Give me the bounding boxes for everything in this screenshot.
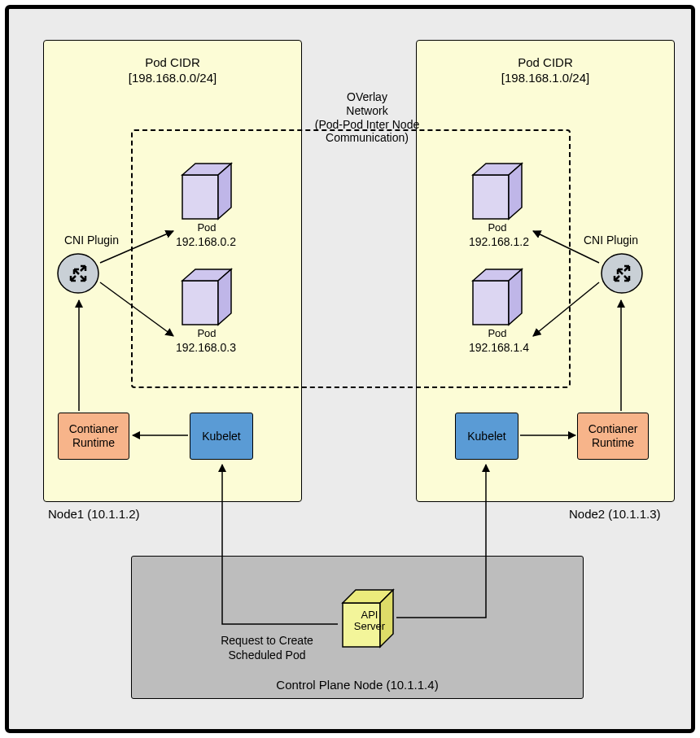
node1-pod-a: Pod [177, 159, 236, 222]
node2-cidr: Pod CIDR [198.168.1.0/24] [417, 55, 674, 86]
node1-router-icon [56, 251, 100, 295]
node1-cni-label: CNI Plugin [64, 234, 119, 247]
overlay-line1: OVerlay [286, 90, 448, 104]
node2-kubelet: Kubelet [455, 413, 518, 460]
overlay-line2: Network [286, 104, 448, 118]
node1-cidr: Pod CIDR [198.168.0.0/24] [44, 55, 301, 86]
node2-cidr-title: Pod CIDR [417, 55, 674, 71]
control-plane-caption: Control Plane Node (10.1.1.4) [132, 678, 583, 692]
request-label: Request to Create Scheduled Pod [198, 634, 336, 662]
node1-cidr-title: Pod CIDR [44, 55, 301, 71]
svg-marker-5 [182, 281, 218, 325]
node2-pod-a-ip: 192.168.1.2 [469, 235, 529, 248]
node2-router-icon [600, 251, 644, 295]
node1-pod-b-label: Pod [177, 327, 236, 339]
node2-pod-b-ip: 192.168.1.4 [469, 341, 529, 354]
node2-pod-a-label: Pod [468, 221, 527, 234]
node2-container-runtime: Contianer Runtime [577, 413, 649, 460]
node1-pod-a-ip: 192.168.0.2 [176, 235, 236, 248]
node1-container-runtime: Contianer Runtime [58, 413, 129, 460]
node2-caption: Node2 (10.1.1.3) [569, 507, 661, 521]
diagram-frame: Pod CIDR [198.168.0.0/24] Pod CIDR [198.… [5, 5, 695, 733]
node1-pod-b-ip: 192.168.0.3 [176, 341, 236, 354]
node2-pod-b-label: Pod [468, 327, 527, 339]
node1-kubelet: Kubelet [190, 413, 253, 460]
svg-marker-2 [182, 175, 218, 219]
node2-pod-a: Pod [468, 159, 527, 222]
node1-caption: Node1 (10.1.1.2) [48, 507, 140, 521]
node2-cni-label: CNI Plugin [584, 234, 638, 247]
node1-pod-b: Pod [177, 264, 236, 328]
svg-marker-8 [473, 175, 509, 219]
node2-cidr-range: [198.168.1.0/24] [417, 71, 674, 86]
svg-marker-11 [473, 281, 509, 325]
node2-pod-b: Pod [468, 264, 527, 328]
api-server-label: API Server [350, 609, 389, 633]
node1-cidr-range: [198.168.0.0/24] [44, 71, 301, 86]
node1-pod-a-label: Pod [177, 221, 236, 234]
